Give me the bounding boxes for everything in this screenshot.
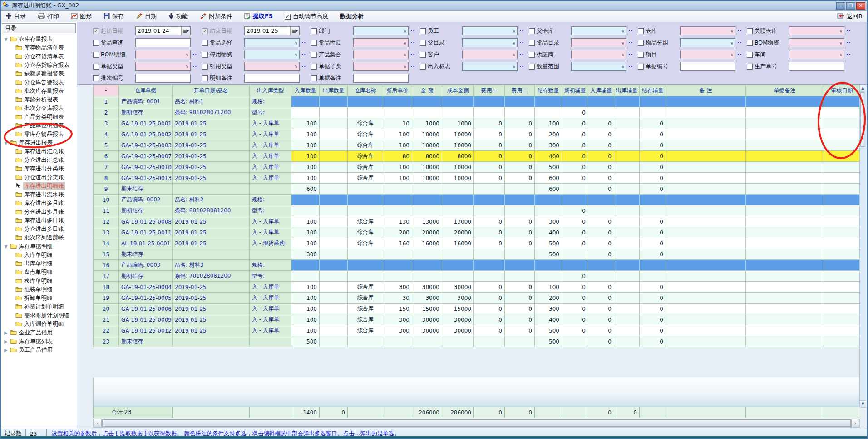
table-row[interactable]: 4GA-19-01-25-00022019-01-25入 - 入库单100综合库… [94, 129, 860, 140]
multi-select-dots[interactable]: ·· [519, 28, 524, 34]
filter-checkbox-父仓库[interactable] [529, 28, 535, 34]
tree-item-库存单据明细[interactable]: ▼库存单据明细 [1, 242, 77, 251]
maximize-button[interactable]: ❐ [846, 2, 855, 10]
table-row[interactable]: 10产品编码: 0002品名: 材料2规格: [94, 195, 860, 205]
chevron-right-icon[interactable]: ▶ [3, 348, 9, 353]
filter-checkbox-BOM明细[interactable] [93, 52, 99, 58]
filter-dropdown-BOM物资[interactable]: ∨ [789, 38, 844, 47]
table-row[interactable]: 18GA-19-01-25-00042019-01-25入 - 入库单100综合… [94, 282, 860, 293]
filter-dropdown-货品目录[interactable]: ∨ [571, 38, 626, 47]
tree-item-库存进出多月账[interactable]: 库存进出多月账 [1, 199, 77, 208]
filter-checkbox-车间[interactable] [747, 52, 753, 58]
filter-checkbox-货品性质[interactable] [311, 40, 317, 46]
filter-checkbox-关联仓库[interactable] [747, 28, 753, 34]
multi-select-dots[interactable]: ·· [737, 52, 742, 58]
filter-text-input-单据编号[interactable] [680, 62, 735, 71]
filter-checkbox-货品查询[interactable] [93, 40, 99, 46]
auto-height-checkbox[interactable]: ✓ [285, 14, 291, 20]
tree-item-批次库存量报表[interactable]: 批次库存量报表 [1, 87, 77, 95]
tree-item-库存进出报表[interactable]: ▼库存进出报表 [1, 139, 77, 147]
toolbar-item-提取F5[interactable]: 提取F5 [244, 12, 273, 20]
table-row[interactable]: 16产品编码: 0003品名: 材料3规格: [94, 260, 860, 271]
tree-item-员工产品借用[interactable]: ▶员工产品借用 [1, 346, 77, 354]
table-row[interactable]: 7GA-19-01-25-00102019-01-25入 - 入库单100综合库… [94, 162, 860, 173]
filter-text-input-明细备注[interactable] [244, 74, 300, 83]
multi-select-dots[interactable]: ·· [628, 64, 633, 70]
horizontal-scrollbar[interactable]: ‹ › [93, 419, 860, 428]
filter-dropdown-停用物资[interactable]: ∨ [244, 50, 300, 59]
tree-item-仓库存量报表[interactable]: ▼仓库存量报表 [1, 35, 77, 44]
filter-dropdown-物品分组[interactable]: ∨ [680, 38, 735, 47]
filter-text-input-货品查询[interactable] [135, 38, 191, 47]
tree-item-企业产品借用[interactable]: ▶企业产品借用 [1, 329, 77, 337]
table-row[interactable]: 13GA-19-01-25-00112019-01-25入 - 入库单100综合… [94, 227, 860, 238]
tree-item-分仓进出多日账[interactable]: 分仓进出多日账 [1, 225, 77, 234]
multi-select-dots[interactable]: ·· [410, 64, 415, 70]
column-header-入库数量[interactable]: 入库数量 [291, 85, 320, 96]
tree-item-需求附加计划明细[interactable]: 需求附加计划明细 [1, 311, 77, 320]
column-header-结存数量[interactable]: 结存数量 [535, 85, 562, 96]
filter-checkbox-项目[interactable] [638, 52, 644, 58]
column-header-开单日期/品名[interactable]: 开单日期/品名 [173, 85, 250, 96]
toolbar-item-保存[interactable]: 保存 [104, 12, 124, 20]
tree-item-入库调价单明细[interactable]: 入库调价单明细 [1, 320, 77, 329]
toolbar-item-打印[interactable]: 打印 [38, 12, 59, 20]
filter-date-input-结束日期[interactable]: 2019-01-25▦▾ [244, 26, 300, 35]
column-header-折后单价[interactable]: 折后单价 [383, 85, 412, 96]
toolbar-item-日期[interactable]: 日期 [136, 12, 157, 20]
filter-checkbox-货品目录[interactable] [529, 40, 535, 46]
chevron-right-icon[interactable]: ▶ [3, 339, 9, 344]
filter-dropdown-单据类型[interactable]: ∨ [135, 62, 191, 71]
filter-checkbox-停用物资[interactable] [202, 52, 208, 58]
multi-select-dots[interactable]: ·· [301, 64, 306, 70]
tree-item-库存进出汇总账[interactable]: 库存进出汇总账 [1, 147, 77, 156]
multi-select-dots[interactable]: ·· [846, 40, 851, 46]
tree-item-出库单明细[interactable]: 出库单明细 [1, 259, 77, 268]
filter-dropdown-数量范围[interactable]: ∨ [571, 62, 626, 71]
multi-select-dots[interactable]: ·· [410, 52, 415, 58]
multi-select-dots[interactable]: ·· [519, 64, 524, 70]
filter-checkbox-产品集合[interactable] [311, 52, 317, 58]
filter-text-input-批次编号[interactable] [135, 74, 191, 83]
filter-checkbox-明细备注[interactable] [202, 75, 208, 81]
multi-select-dots[interactable]: ·· [628, 40, 633, 46]
filter-checkbox-BOM物资[interactable] [747, 40, 753, 46]
filter-checkbox-仓库[interactable] [638, 28, 644, 34]
column-header-期初辅量[interactable]: 期初辅量 [562, 85, 588, 96]
column-header-仓库名称[interactable]: 仓库名称 [348, 85, 383, 96]
tree-item-库存进出多日账[interactable]: 库存进出多日账 [1, 216, 77, 225]
multi-select-dots[interactable]: ·· [192, 64, 197, 70]
toolbar-item-数据分析[interactable]: 数据分析 [340, 12, 364, 20]
tree-item-库存进出分类账[interactable]: 库存进出分类账 [1, 165, 77, 173]
filter-dropdown-出入标志[interactable]: ∨ [462, 62, 518, 71]
filter-checkbox-单据子类[interactable] [311, 64, 317, 70]
filter-checkbox-部门[interactable] [311, 28, 317, 34]
vertical-scrollbar[interactable]: ▲ ▼ [859, 85, 866, 408]
calendar-dropdown-icon[interactable]: ▦▾ [290, 27, 299, 35]
tree-item-库存单据列表[interactable]: ▶库存单据列表 [1, 337, 77, 346]
table-row[interactable]: 23期末结存50050000 [94, 336, 860, 347]
filter-checkbox-单据类型[interactable] [93, 64, 99, 70]
column-header-审核日期[interactable]: 审核日期 [824, 85, 860, 96]
table-row[interactable]: 20GA-19-01-25-00062019-01-25入 - 入库单100综合… [94, 304, 860, 314]
filter-checkbox-起始日期[interactable]: ✓ [93, 28, 99, 34]
table-row[interactable]: 11期初结存条码: 801028081200型号:0 [94, 205, 860, 216]
filter-checkbox-数量范围[interactable] [529, 64, 535, 70]
hscroll-thumb[interactable] [102, 419, 851, 427]
tree-item-分仓存货综合报表[interactable]: 分仓存货综合报表 [1, 61, 77, 70]
table-row[interactable]: 9期末结存60060000 [94, 184, 860, 195]
table-row[interactable]: 2期初结存条码: 901028071200型号:0 [94, 107, 860, 118]
filter-text-input-单据备注[interactable] [353, 74, 409, 83]
table-row[interactable]: 14AL-19-01-25-00012019-01-25入 - 现货采购100综… [94, 238, 860, 249]
tree-item-批次序列追踪帐[interactable]: 批次序列追踪帐 [1, 234, 77, 242]
filter-dropdown-员工[interactable]: ∨ [462, 26, 518, 35]
tree-item-分仓进出分类账[interactable]: 分仓进出分类账 [1, 173, 77, 182]
column-header-仓库单据[interactable]: 仓库单据 [119, 85, 173, 96]
tree-item-分仓库告警报表[interactable]: 分仓库告警报表 [1, 78, 77, 87]
filter-checkbox-批次编号[interactable] [93, 75, 99, 81]
tree-item-分仓进出多月账[interactable]: 分仓进出多月账 [1, 208, 77, 216]
filter-dropdown-产品集合[interactable]: ∨ [353, 50, 409, 59]
filter-dropdown-项目[interactable]: ∨ [680, 50, 735, 59]
multi-select-dots[interactable]: ·· [628, 28, 633, 34]
tree-item-拆卸单明细[interactable]: 拆卸单明细 [1, 294, 77, 303]
